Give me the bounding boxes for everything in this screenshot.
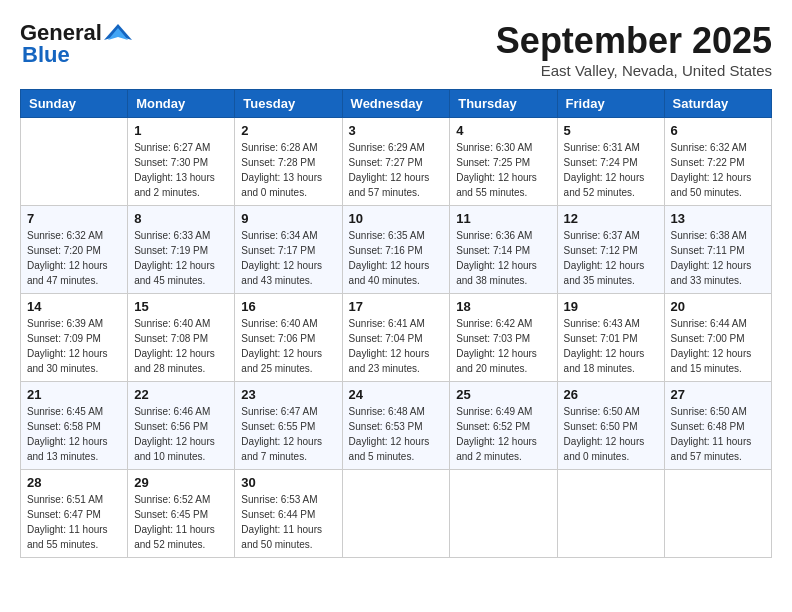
- day-number: 5: [564, 123, 658, 138]
- table-cell: [342, 470, 450, 558]
- day-number: 7: [27, 211, 121, 226]
- day-number: 27: [671, 387, 765, 402]
- day-info: Sunrise: 6:39 AMSunset: 7:09 PMDaylight:…: [27, 316, 121, 376]
- logo-blue: Blue: [22, 42, 70, 68]
- day-number: 1: [134, 123, 228, 138]
- table-cell: 17Sunrise: 6:41 AMSunset: 7:04 PMDayligh…: [342, 294, 450, 382]
- table-cell: 29Sunrise: 6:52 AMSunset: 6:45 PMDayligh…: [128, 470, 235, 558]
- day-info: Sunrise: 6:32 AMSunset: 7:20 PMDaylight:…: [27, 228, 121, 288]
- day-info: Sunrise: 6:41 AMSunset: 7:04 PMDaylight:…: [349, 316, 444, 376]
- day-info: Sunrise: 6:34 AMSunset: 7:17 PMDaylight:…: [241, 228, 335, 288]
- day-number: 22: [134, 387, 228, 402]
- day-info: Sunrise: 6:38 AMSunset: 7:11 PMDaylight:…: [671, 228, 765, 288]
- table-cell: 26Sunrise: 6:50 AMSunset: 6:50 PMDayligh…: [557, 382, 664, 470]
- day-number: 6: [671, 123, 765, 138]
- table-cell: 10Sunrise: 6:35 AMSunset: 7:16 PMDayligh…: [342, 206, 450, 294]
- table-cell: 27Sunrise: 6:50 AMSunset: 6:48 PMDayligh…: [664, 382, 771, 470]
- table-cell: 28Sunrise: 6:51 AMSunset: 6:47 PMDayligh…: [21, 470, 128, 558]
- day-info: Sunrise: 6:52 AMSunset: 6:45 PMDaylight:…: [134, 492, 228, 552]
- header-tuesday: Tuesday: [235, 90, 342, 118]
- header-saturday: Saturday: [664, 90, 771, 118]
- day-number: 14: [27, 299, 121, 314]
- location-title: East Valley, Nevada, United States: [496, 62, 772, 79]
- day-number: 8: [134, 211, 228, 226]
- day-info: Sunrise: 6:35 AMSunset: 7:16 PMDaylight:…: [349, 228, 444, 288]
- table-cell: 15Sunrise: 6:40 AMSunset: 7:08 PMDayligh…: [128, 294, 235, 382]
- table-cell: 7Sunrise: 6:32 AMSunset: 7:20 PMDaylight…: [21, 206, 128, 294]
- day-info: Sunrise: 6:44 AMSunset: 7:00 PMDaylight:…: [671, 316, 765, 376]
- table-cell: 30Sunrise: 6:53 AMSunset: 6:44 PMDayligh…: [235, 470, 342, 558]
- day-number: 13: [671, 211, 765, 226]
- header-thursday: Thursday: [450, 90, 557, 118]
- table-cell: 21Sunrise: 6:45 AMSunset: 6:58 PMDayligh…: [21, 382, 128, 470]
- day-number: 20: [671, 299, 765, 314]
- day-info: Sunrise: 6:45 AMSunset: 6:58 PMDaylight:…: [27, 404, 121, 464]
- table-cell: 24Sunrise: 6:48 AMSunset: 6:53 PMDayligh…: [342, 382, 450, 470]
- day-number: 12: [564, 211, 658, 226]
- header-friday: Friday: [557, 90, 664, 118]
- table-cell: 12Sunrise: 6:37 AMSunset: 7:12 PMDayligh…: [557, 206, 664, 294]
- day-info: Sunrise: 6:50 AMSunset: 6:48 PMDaylight:…: [671, 404, 765, 464]
- table-cell: [450, 470, 557, 558]
- page-header: General Blue September 2025 East Valley,…: [20, 20, 772, 79]
- day-info: Sunrise: 6:43 AMSunset: 7:01 PMDaylight:…: [564, 316, 658, 376]
- day-info: Sunrise: 6:50 AMSunset: 6:50 PMDaylight:…: [564, 404, 658, 464]
- title-area: September 2025 East Valley, Nevada, Unit…: [496, 20, 772, 79]
- day-info: Sunrise: 6:48 AMSunset: 6:53 PMDaylight:…: [349, 404, 444, 464]
- day-info: Sunrise: 6:47 AMSunset: 6:55 PMDaylight:…: [241, 404, 335, 464]
- table-cell: 23Sunrise: 6:47 AMSunset: 6:55 PMDayligh…: [235, 382, 342, 470]
- table-cell: 1Sunrise: 6:27 AMSunset: 7:30 PMDaylight…: [128, 118, 235, 206]
- table-cell: 9Sunrise: 6:34 AMSunset: 7:17 PMDaylight…: [235, 206, 342, 294]
- table-cell: 16Sunrise: 6:40 AMSunset: 7:06 PMDayligh…: [235, 294, 342, 382]
- table-cell: 18Sunrise: 6:42 AMSunset: 7:03 PMDayligh…: [450, 294, 557, 382]
- table-cell: [664, 470, 771, 558]
- table-cell: 4Sunrise: 6:30 AMSunset: 7:25 PMDaylight…: [450, 118, 557, 206]
- day-number: 2: [241, 123, 335, 138]
- week-row-2: 7Sunrise: 6:32 AMSunset: 7:20 PMDaylight…: [21, 206, 772, 294]
- table-cell: 22Sunrise: 6:46 AMSunset: 6:56 PMDayligh…: [128, 382, 235, 470]
- table-cell: 6Sunrise: 6:32 AMSunset: 7:22 PMDaylight…: [664, 118, 771, 206]
- day-number: 30: [241, 475, 335, 490]
- day-info: Sunrise: 6:30 AMSunset: 7:25 PMDaylight:…: [456, 140, 550, 200]
- day-number: 17: [349, 299, 444, 314]
- day-info: Sunrise: 6:46 AMSunset: 6:56 PMDaylight:…: [134, 404, 228, 464]
- day-number: 25: [456, 387, 550, 402]
- header-wednesday: Wednesday: [342, 90, 450, 118]
- week-row-5: 28Sunrise: 6:51 AMSunset: 6:47 PMDayligh…: [21, 470, 772, 558]
- table-cell: 3Sunrise: 6:29 AMSunset: 7:27 PMDaylight…: [342, 118, 450, 206]
- day-number: 4: [456, 123, 550, 138]
- day-number: 28: [27, 475, 121, 490]
- day-info: Sunrise: 6:32 AMSunset: 7:22 PMDaylight:…: [671, 140, 765, 200]
- day-info: Sunrise: 6:49 AMSunset: 6:52 PMDaylight:…: [456, 404, 550, 464]
- day-info: Sunrise: 6:51 AMSunset: 6:47 PMDaylight:…: [27, 492, 121, 552]
- logo-icon: [102, 22, 134, 44]
- table-cell: 5Sunrise: 6:31 AMSunset: 7:24 PMDaylight…: [557, 118, 664, 206]
- day-info: Sunrise: 6:29 AMSunset: 7:27 PMDaylight:…: [349, 140, 444, 200]
- day-number: 15: [134, 299, 228, 314]
- day-number: 26: [564, 387, 658, 402]
- week-row-1: 1Sunrise: 6:27 AMSunset: 7:30 PMDaylight…: [21, 118, 772, 206]
- week-row-4: 21Sunrise: 6:45 AMSunset: 6:58 PMDayligh…: [21, 382, 772, 470]
- logo: General Blue: [20, 20, 134, 68]
- day-number: 24: [349, 387, 444, 402]
- table-cell: [21, 118, 128, 206]
- table-cell: 11Sunrise: 6:36 AMSunset: 7:14 PMDayligh…: [450, 206, 557, 294]
- day-info: Sunrise: 6:40 AMSunset: 7:06 PMDaylight:…: [241, 316, 335, 376]
- calendar-table: Sunday Monday Tuesday Wednesday Thursday…: [20, 89, 772, 558]
- table-cell: 14Sunrise: 6:39 AMSunset: 7:09 PMDayligh…: [21, 294, 128, 382]
- day-info: Sunrise: 6:36 AMSunset: 7:14 PMDaylight:…: [456, 228, 550, 288]
- week-row-3: 14Sunrise: 6:39 AMSunset: 7:09 PMDayligh…: [21, 294, 772, 382]
- day-info: Sunrise: 6:27 AMSunset: 7:30 PMDaylight:…: [134, 140, 228, 200]
- day-info: Sunrise: 6:37 AMSunset: 7:12 PMDaylight:…: [564, 228, 658, 288]
- table-cell: 20Sunrise: 6:44 AMSunset: 7:00 PMDayligh…: [664, 294, 771, 382]
- day-number: 11: [456, 211, 550, 226]
- day-info: Sunrise: 6:31 AMSunset: 7:24 PMDaylight:…: [564, 140, 658, 200]
- day-number: 21: [27, 387, 121, 402]
- calendar-header-row: Sunday Monday Tuesday Wednesday Thursday…: [21, 90, 772, 118]
- day-number: 9: [241, 211, 335, 226]
- day-info: Sunrise: 6:42 AMSunset: 7:03 PMDaylight:…: [456, 316, 550, 376]
- table-cell: 8Sunrise: 6:33 AMSunset: 7:19 PMDaylight…: [128, 206, 235, 294]
- header-sunday: Sunday: [21, 90, 128, 118]
- day-number: 29: [134, 475, 228, 490]
- day-number: 23: [241, 387, 335, 402]
